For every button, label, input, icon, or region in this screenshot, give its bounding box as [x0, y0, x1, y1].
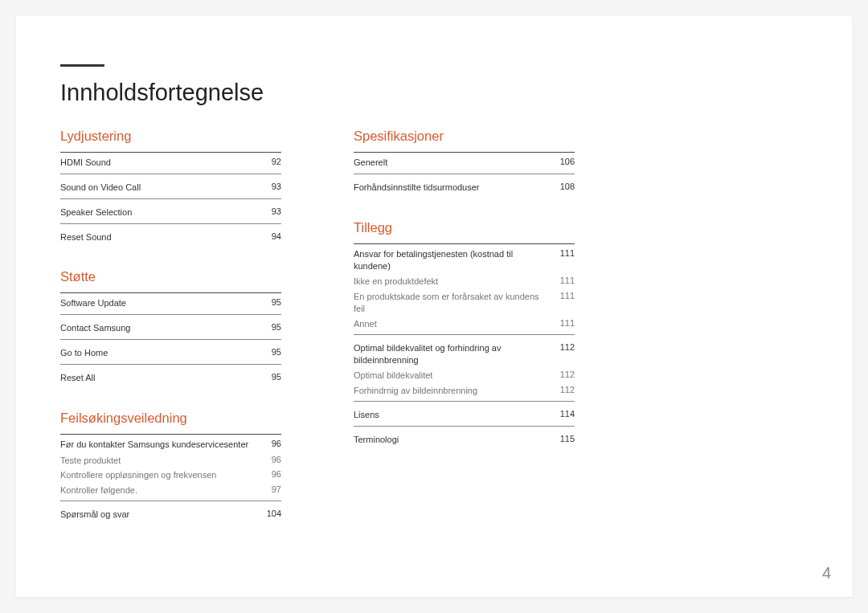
toc-sub-entry[interactable]: Kontrollere oppløsningen og frekvensen96 — [60, 468, 281, 483]
toc-page: 95 — [267, 372, 281, 384]
toc-group: Før du kontakter Samsungs kundeservicese… — [60, 434, 281, 523]
divider — [60, 339, 281, 340]
toc-entry[interactable]: Reset Sound94 — [60, 227, 281, 246]
toc-entry[interactable]: Lisens114 — [354, 405, 575, 423]
toc-page: 115 — [555, 434, 575, 446]
toc-page: 106 — [555, 157, 575, 169]
toc-entry[interactable]: Contact Samsung95 — [60, 318, 281, 337]
section-title: Tillegg — [354, 220, 575, 235]
toc-label: Forhindrnig av bildeinnbrenning — [354, 385, 477, 397]
toc-label: Optimal bildekvalitet — [354, 370, 432, 382]
divider — [60, 223, 281, 224]
toc-group: Ansvar for betalingstjenesten (kostnad t… — [354, 243, 575, 448]
section-feilsokingsveiledning: Feilsøkingsveiledning Før du kontakter S… — [60, 411, 281, 523]
toc-label: Teste produktet — [60, 455, 121, 467]
toc-label: En produktskade som er forårsaket av kun… — [354, 291, 542, 315]
toc-sub-entry[interactable]: Forhindrnig av bildeinnbrenning112 — [354, 383, 575, 398]
toc-entry[interactable]: Optimal bildekvalitet og forhindring av … — [354, 338, 575, 369]
divider — [60, 314, 281, 315]
toc-page: 112 — [555, 342, 575, 366]
toc-page: 112 — [555, 370, 575, 382]
divider — [354, 174, 575, 174]
toc-group: Generelt106 Forhåndsinnstilte tidsurmodu… — [354, 152, 575, 196]
toc-entry[interactable]: Forhåndsinnstilte tidsurmoduser108 — [354, 178, 575, 196]
toc-page: 95 — [267, 297, 281, 309]
page-number: 4 — [822, 564, 831, 582]
toc-label: Lisens — [354, 409, 379, 421]
toc-sub-entry[interactable]: Optimal bildekvalitet112 — [354, 368, 575, 383]
toc-label: Spørsmål og svar — [60, 509, 129, 521]
toc-page: 111 — [555, 318, 575, 330]
toc-label: Generelt — [354, 157, 387, 169]
title-bar — [60, 64, 104, 67]
column-2: Spesifikasjoner Generelt106 Forhåndsinns… — [354, 129, 575, 547]
toc-entry[interactable]: Spørsmål og svar104 — [60, 505, 281, 523]
section-title: Lydjustering — [60, 129, 281, 144]
divider — [60, 501, 281, 501]
toc-sub-entry[interactable]: Annet111 — [354, 317, 575, 332]
toc-page: 111 — [555, 276, 575, 288]
toc-sub-entry[interactable]: Ikke en produktdefekt111 — [354, 274, 575, 289]
section-title: Feilsøkingsveiledning — [60, 411, 281, 426]
toc-entry[interactable]: Software Update95 — [60, 293, 281, 312]
toc-page: 93 — [267, 182, 281, 194]
divider — [354, 334, 575, 335]
toc-page: 96 — [267, 455, 281, 467]
toc-entry[interactable]: HDMI Sound92 — [60, 153, 281, 171]
toc-sub-entry[interactable]: En produktskade som er forårsaket av kun… — [354, 289, 575, 317]
toc-label: Sound on Video Call — [60, 182, 141, 194]
toc-group: Software Update95 Contact Samsung95 Go t… — [60, 292, 281, 386]
toc-label: Optimal bildekvalitet og forhindring av … — [354, 342, 542, 366]
toc-sub-entry[interactable]: Kontroller følgende.97 — [60, 483, 281, 498]
section-spesifikasjoner: Spesifikasjoner Generelt106 Forhåndsinns… — [354, 129, 575, 196]
toc-page: 95 — [267, 347, 281, 359]
column-1: Lydjustering HDMI Sound92 Sound on Video… — [60, 129, 281, 547]
toc-entry[interactable]: Før du kontakter Samsungs kundeservicese… — [60, 435, 281, 453]
toc-label: Terminologi — [354, 434, 399, 446]
toc-page: 95 — [267, 322, 281, 334]
toc-label: Reset Sound — [60, 231, 112, 243]
toc-page: 96 — [267, 439, 281, 451]
toc-page: 97 — [267, 484, 281, 497]
section-lydjustering: Lydjustering HDMI Sound92 Sound on Video… — [60, 129, 281, 245]
toc-label: Ikke en produktdefekt — [354, 276, 438, 288]
divider — [60, 364, 281, 365]
document-page: Innholdsfortegnelse Lydjustering HDMI So… — [16, 16, 852, 597]
toc-page: 111 — [555, 248, 575, 272]
toc-label: Reset All — [60, 372, 95, 384]
toc-group: HDMI Sound92 Sound on Video Call93 Speak… — [60, 152, 281, 245]
toc-label: Speaker Selection — [60, 206, 132, 219]
toc-page: 96 — [267, 469, 281, 481]
toc-label: Kontrollere oppløsningen og frekvensen — [60, 469, 216, 481]
toc-page: 112 — [555, 385, 575, 397]
toc-page: 92 — [267, 157, 281, 169]
section-tillegg: Tillegg Ansvar for betalingstjenesten (k… — [354, 220, 575, 448]
toc-label: Software Update — [60, 297, 126, 309]
toc-sub-entry[interactable]: Teste produktet96 — [60, 453, 281, 468]
toc-page: 94 — [267, 231, 281, 243]
divider — [60, 174, 281, 174]
divider — [60, 198, 281, 199]
toc-page: 93 — [267, 206, 281, 219]
section-stotte: Støtte Software Update95 Contact Samsung… — [60, 269, 281, 386]
toc-label: Ansvar for betalingstjenesten (kostnad t… — [354, 248, 542, 272]
toc-entry[interactable]: Go to Home95 — [60, 343, 281, 362]
toc-label: Annet — [354, 318, 377, 330]
page-title: Innholdsfortegnelse — [60, 80, 808, 106]
columns: Lydjustering HDMI Sound92 Sound on Video… — [60, 129, 808, 547]
toc-page: 108 — [555, 182, 575, 194]
section-title: Støtte — [60, 269, 281, 284]
toc-entry[interactable]: Ansvar for betalingstjenesten (kostnad t… — [354, 244, 575, 275]
toc-label: HDMI Sound — [60, 157, 111, 169]
toc-label: Før du kontakter Samsungs kundeservicese… — [60, 439, 248, 451]
toc-entry[interactable]: Speaker Selection93 — [60, 202, 281, 221]
toc-entry[interactable]: Generelt106 — [354, 153, 575, 171]
toc-entry[interactable]: Terminologi115 — [354, 430, 575, 448]
section-title: Spesifikasjoner — [354, 129, 575, 144]
toc-entry[interactable]: Sound on Video Call93 — [60, 178, 281, 196]
toc-label: Forhåndsinnstilte tidsurmoduser — [354, 182, 480, 194]
divider — [354, 401, 575, 402]
toc-label: Go to Home — [60, 347, 108, 359]
toc-entry[interactable]: Reset All95 — [60, 368, 281, 386]
toc-label: Kontroller følgende. — [60, 484, 137, 497]
